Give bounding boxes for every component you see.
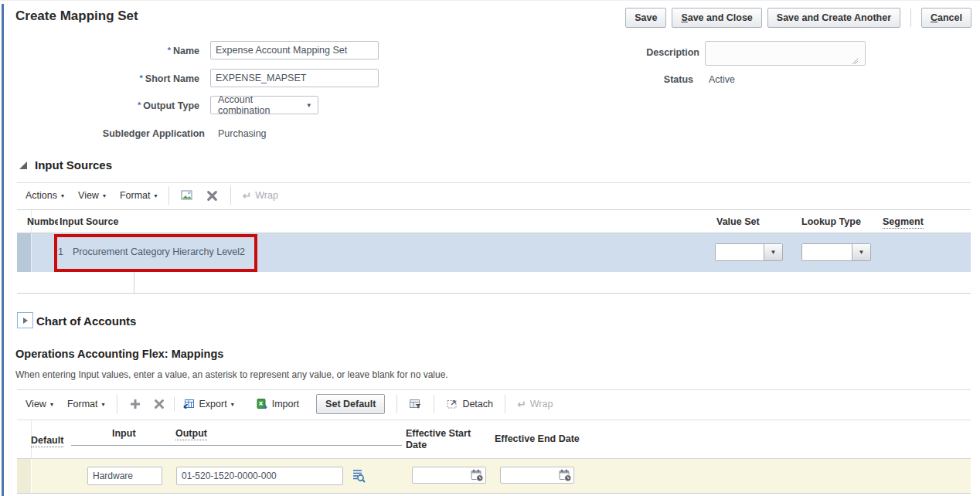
view-menu[interactable]: View▾ bbox=[78, 190, 106, 201]
format-menu[interactable]: Format▾ bbox=[67, 399, 105, 409]
detach-button[interactable]: Detach bbox=[446, 398, 493, 410]
plus-icon bbox=[129, 398, 141, 410]
calendar-clock-icon[interactable] bbox=[471, 469, 484, 482]
wrap-button[interactable]: ↵Wrap bbox=[243, 189, 278, 202]
value-set-select[interactable]: ▼ bbox=[715, 243, 783, 261]
name-label: *Name bbox=[15, 46, 199, 56]
input-sources-toolbar: Actions▾ View▾ Format▾ ↵Wrap bbox=[17, 182, 971, 208]
required-icon: * bbox=[168, 46, 171, 55]
import-button[interactable]: Import bbox=[256, 398, 299, 410]
mapping-table-row[interactable] bbox=[17, 459, 971, 493]
caret-down-icon: ▾ bbox=[103, 192, 106, 199]
row-number-cell: 1 bbox=[45, 246, 63, 257]
set-default-button[interactable]: Set Default bbox=[316, 394, 385, 414]
toolbar-divider bbox=[168, 186, 169, 205]
name-input[interactable] bbox=[210, 41, 379, 59]
value-set-selected-value bbox=[716, 244, 764, 260]
wrap-button[interactable]: ↵Wrap bbox=[517, 398, 553, 410]
resize-handle-icon[interactable] bbox=[852, 58, 859, 65]
column-header-segment[interactable]: Segment bbox=[883, 216, 924, 229]
table-bottom-border bbox=[17, 293, 971, 294]
input-sources-section-header[interactable]: Input Sources bbox=[19, 158, 112, 172]
column-header-effective-end-date[interactable]: Effective End Date bbox=[495, 433, 580, 444]
toolbar-divider bbox=[505, 395, 505, 413]
row-selector-header-cell bbox=[17, 420, 32, 458]
caret-down-icon: ▾ bbox=[101, 400, 104, 408]
dropdown-button[interactable]: ▼ bbox=[852, 244, 870, 260]
subledger-application-label: Subledger Application bbox=[15, 128, 205, 139]
toolbar-divider bbox=[230, 186, 231, 205]
column-header-lookup-type[interactable]: Lookup Type bbox=[801, 216, 861, 227]
effective-start-date-field[interactable] bbox=[412, 467, 486, 484]
page-title: Create Mapping Set bbox=[15, 8, 138, 24]
cancel-button[interactable]: Cancel bbox=[921, 8, 971, 28]
effective-end-date-field[interactable] bbox=[500, 467, 574, 484]
table-bottom-border bbox=[17, 493, 971, 494]
input-sources-table-header: Numbe Input Source Value Set Lookup Type… bbox=[17, 209, 971, 233]
column-header-default[interactable]: Default bbox=[31, 435, 63, 447]
chart-of-accounts-expand-button[interactable] bbox=[17, 312, 33, 328]
mappings-toolbar: View▾ Format▾ Export ▾ Import bbox=[17, 389, 971, 417]
caret-down-icon: ▼ bbox=[859, 249, 865, 256]
required-icon: * bbox=[138, 100, 141, 110]
column-header-number[interactable]: Numbe bbox=[27, 216, 58, 227]
delete-x-icon bbox=[153, 398, 165, 410]
mapping-output-field[interactable] bbox=[176, 467, 343, 485]
status-label: Status bbox=[568, 74, 693, 85]
save-button[interactable]: Save bbox=[625, 8, 666, 28]
subledger-application-value: Purchasing bbox=[218, 128, 267, 139]
expand-triangle-icon bbox=[22, 317, 29, 324]
add-mapping-button[interactable] bbox=[129, 398, 141, 410]
filter-table-icon bbox=[409, 398, 422, 410]
calendar-clock-icon[interactable] bbox=[559, 469, 572, 482]
save-and-close-button[interactable]: Save and Close bbox=[672, 8, 761, 28]
export-icon bbox=[183, 398, 196, 410]
save-and-create-another-button[interactable]: Save and Create Another bbox=[767, 8, 900, 28]
short-name-input[interactable] bbox=[210, 69, 379, 87]
query-by-example-button[interactable] bbox=[409, 398, 422, 410]
export-menu[interactable]: Export ▾ bbox=[183, 398, 234, 410]
caret-down-icon: ▾ bbox=[155, 192, 158, 199]
mapping-input-field[interactable] bbox=[87, 467, 162, 485]
search-list-icon bbox=[351, 468, 366, 483]
delete-mapping-button[interactable] bbox=[153, 398, 165, 410]
row-selector-cell[interactable] bbox=[17, 459, 32, 493]
toolbar-divider bbox=[174, 397, 175, 411]
column-header-output[interactable]: Output bbox=[175, 428, 207, 440]
output-type-selected-value: Account combination bbox=[218, 94, 299, 116]
button-divider bbox=[910, 8, 911, 27]
toolbar-divider bbox=[434, 395, 434, 413]
column-header-value-set[interactable]: Value Set bbox=[716, 216, 760, 227]
toolbar-divider bbox=[117, 395, 117, 413]
status-value: Active bbox=[709, 74, 735, 85]
column-header-input[interactable]: Input bbox=[112, 428, 136, 439]
page-left-accent-bar bbox=[2, 4, 4, 496]
column-header-effective-start-date[interactable]: Effective Start Date bbox=[406, 428, 472, 451]
output-lookup-button[interactable] bbox=[351, 468, 366, 483]
input-source-table-row[interactable]: 1 Procurement Category Hierarchy Level2 … bbox=[17, 233, 971, 272]
detach-icon bbox=[446, 398, 458, 410]
view-menu[interactable]: View▾ bbox=[26, 399, 53, 409]
caret-down-icon: ▾ bbox=[307, 101, 311, 109]
collapse-triangle-icon bbox=[19, 161, 28, 170]
lookup-type-selected-value bbox=[802, 244, 852, 260]
description-textarea[interactable] bbox=[705, 41, 866, 66]
column-header-input-source[interactable]: Input Source bbox=[60, 216, 118, 227]
actions-menu[interactable]: Actions▾ bbox=[26, 190, 64, 201]
caret-down-icon: ▾ bbox=[231, 400, 234, 408]
output-type-label: *Output Type bbox=[15, 100, 199, 111]
row-input-source-cell: Procurement Category Hierarchy Level2 bbox=[73, 246, 245, 257]
add-row-icon bbox=[180, 189, 194, 202]
import-icon bbox=[256, 398, 268, 410]
delete-row-button[interactable] bbox=[206, 189, 219, 202]
delete-x-icon bbox=[206, 189, 219, 202]
row-selector-cell[interactable] bbox=[17, 233, 32, 272]
caret-down-icon: ▼ bbox=[771, 249, 777, 256]
lookup-type-select[interactable]: ▼ bbox=[801, 243, 871, 261]
add-row-button[interactable] bbox=[180, 189, 194, 202]
format-menu[interactable]: Format▾ bbox=[120, 190, 158, 201]
create-mapping-set-page: Create Mapping Set Save Save and Close S… bbox=[0, 0, 980, 496]
dropdown-button[interactable]: ▼ bbox=[764, 244, 782, 260]
output-type-select[interactable]: Account combination ▾ bbox=[210, 96, 318, 114]
chart-of-accounts-title: Chart of Accounts bbox=[36, 314, 136, 328]
